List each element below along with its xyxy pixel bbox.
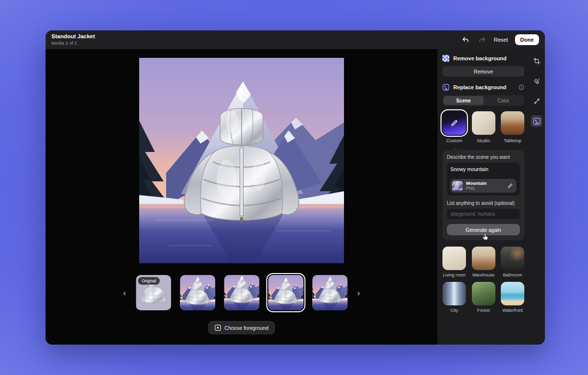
scene-mode-row: Custom Studio Tabletop — [442, 111, 524, 143]
info-icon[interactable] — [518, 84, 524, 90]
custom-scene-form: Describe the scene you want Snowy mounta… — [442, 150, 524, 240]
replace-background-title: Replace background — [453, 84, 514, 90]
adjust-tool-button[interactable] — [531, 95, 542, 107]
mode-tabletop-label: Tabletop — [501, 138, 524, 143]
title-block: Standout Jacket Media 1 of 1 — [51, 33, 95, 46]
preset-living-room-label: Living room — [442, 273, 466, 277]
mode-studio-card — [472, 111, 495, 135]
attachment-meta: Mountain PNG — [466, 181, 504, 191]
remove-background-icon — [442, 55, 449, 62]
preset-waterfront-thumb — [501, 282, 524, 305]
canvas-area: ‹ Original — [46, 49, 438, 345]
preset-bathroom-thumb — [501, 247, 524, 270]
header-actions: Reset Done — [461, 34, 539, 45]
avoid-input[interactable] — [447, 209, 520, 219]
preset-waterfront[interactable]: Waterfront — [501, 282, 524, 313]
media-counter: Media 1 of 1 — [51, 40, 95, 46]
hand-cursor — [482, 233, 489, 241]
thumbnail-original[interactable]: Original — [136, 275, 171, 310]
tool-rail — [528, 49, 545, 345]
avoid-label: List anything to avoid (optional) — [447, 200, 520, 206]
original-badge: Original — [138, 277, 160, 285]
describe-label: Describe the scene you want — [447, 154, 520, 160]
editor-window: Standout Jacket Media 1 of 1 Reset Done — [46, 30, 545, 345]
thumbnail-variant-4[interactable] — [312, 275, 347, 310]
attachment-name: Mountain — [466, 181, 504, 186]
reset-button[interactable]: Reset — [494, 37, 508, 43]
form-notch — [452, 147, 459, 153]
edited-image[interactable] — [139, 58, 344, 263]
side-panel: Remove background Remove Replace backgro… — [438, 49, 545, 345]
choose-foreground-button[interactable]: Choose foreground — [208, 321, 275, 334]
redo-icon — [478, 36, 486, 44]
thumbnail-variant-3-selected[interactable] — [268, 275, 303, 310]
mode-custom-card — [442, 111, 466, 135]
preset-bathroom[interactable]: Bathroom — [501, 247, 524, 277]
mode-studio-label: Studio — [472, 138, 495, 143]
thumbnail-strip: ‹ Original — [122, 275, 361, 310]
pencil-icon — [450, 119, 458, 127]
preset-city-label: City — [442, 308, 466, 313]
crop-tool-button[interactable] — [531, 55, 542, 67]
edit-attachment-icon[interactable] — [507, 183, 513, 189]
cleanup-tool-button[interactable] — [531, 75, 542, 87]
preset-city[interactable]: City — [442, 282, 466, 313]
mode-custom[interactable]: Custom — [442, 111, 466, 143]
tab-scene[interactable]: Scene — [443, 96, 484, 105]
attachment-chip[interactable]: Mountain PNG — [450, 179, 516, 193]
mode-tabletop[interactable]: Tabletop — [501, 111, 524, 143]
scene-preset-grid: Living room Warehouse Bathroom City — [442, 247, 524, 313]
preset-forest-thumb — [472, 282, 495, 305]
scene-prompt-input[interactable]: Snowy mountain Mountain PNG — [447, 163, 520, 196]
remove-button[interactable]: Remove — [442, 66, 524, 76]
remove-background-header: Remove background — [442, 55, 524, 62]
preset-bathroom-label: Bathroom — [501, 273, 524, 277]
generate-again-label: Generate again — [466, 227, 501, 233]
window-body: ‹ Original — [46, 49, 545, 345]
window-header: Standout Jacket Media 1 of 1 Reset Done — [46, 30, 545, 49]
attachment-thumbnail — [452, 181, 463, 191]
redo-button[interactable] — [477, 35, 487, 45]
carousel-prev-button[interactable]: ‹ — [122, 289, 127, 297]
done-button[interactable]: Done — [515, 34, 539, 45]
preset-warehouse-label: Warehouse — [472, 273, 495, 277]
replace-background-tool-button[interactable] — [531, 115, 542, 127]
panel-content: Remove background Remove Replace backgro… — [438, 49, 528, 345]
choose-foreground-label: Choose foreground — [224, 325, 269, 331]
preset-waterfront-label: Waterfront — [501, 308, 524, 313]
carousel-next-button[interactable]: › — [356, 289, 361, 297]
crop-icon — [533, 57, 540, 65]
preset-living-room-thumb — [442, 247, 466, 270]
adjust-icon — [533, 98, 540, 105]
background-type-tabs: Scene Color — [442, 95, 524, 106]
mode-custom-label: Custom — [442, 138, 466, 143]
window-title: Standout Jacket — [51, 33, 95, 40]
preset-warehouse-thumb — [472, 247, 495, 270]
generate-again-button[interactable]: Generate again — [447, 224, 520, 235]
replace-background-header: Replace background — [442, 84, 524, 91]
replace-background-tool-icon — [533, 118, 540, 125]
mode-tabletop-card — [501, 111, 524, 135]
thumbnail-variant-2[interactable] — [224, 275, 259, 310]
preset-living-room[interactable]: Living room — [442, 247, 466, 277]
undo-button[interactable] — [461, 35, 470, 45]
preset-forest[interactable]: Forest — [472, 282, 495, 313]
thumbnail-variant-1[interactable] — [180, 275, 215, 310]
attachment-type: PNG — [466, 186, 504, 191]
preset-forest-label: Forest — [472, 308, 495, 313]
foreground-select-icon — [215, 325, 221, 331]
mode-studio[interactable]: Studio — [472, 111, 495, 143]
replace-background-icon — [442, 84, 449, 91]
undo-icon — [462, 36, 469, 44]
tab-color[interactable]: Color — [484, 96, 524, 105]
scene-prompt-value: Snowy mountain — [450, 166, 516, 172]
preset-city-thumb — [442, 282, 466, 305]
preset-warehouse[interactable]: Warehouse — [472, 247, 495, 277]
remove-background-title: Remove background — [453, 55, 524, 61]
cleanup-brush-icon — [533, 77, 540, 85]
